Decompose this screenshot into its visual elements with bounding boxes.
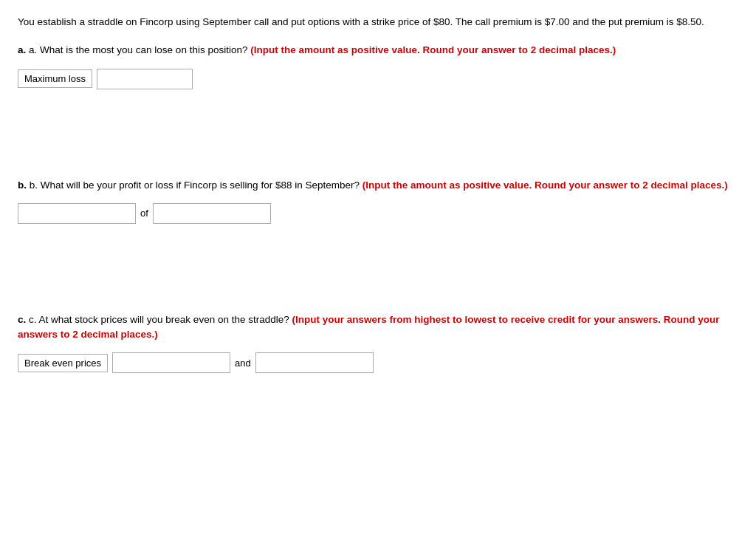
of-label: of: [140, 208, 148, 219]
question-b-normal: b. What will be your profit or loss if F…: [30, 180, 360, 191]
question-c-normal: c. At what stock prices will you break e…: [29, 314, 289, 325]
question-a-label: a. a. What is the most you can lose on t…: [18, 43, 738, 58]
maximum-loss-label: Maximum loss: [18, 69, 92, 88]
question-c-prefix: c.: [18, 314, 26, 325]
question-b-label: b. b. What will be your profit or loss i…: [18, 178, 738, 193]
question-a-bold: (Input the amount as positive value. Rou…: [250, 44, 616, 55]
question-a-normal: a. What is the most you can lose on this…: [29, 44, 247, 55]
question-b-block: b. b. What will be your profit or loss i…: [18, 178, 738, 224]
question-a-block: a. a. What is the most you can lose on t…: [18, 43, 738, 89]
question-b-bold: (Input the amount as positive value. Rou…: [362, 180, 728, 191]
break-even-label: Break even prices: [18, 354, 108, 372]
maximum-loss-input[interactable]: [97, 69, 193, 89]
intro-text: You establish a straddle on Fincorp usin…: [18, 15, 738, 30]
question-b-input-row: of: [18, 203, 738, 224]
question-c-block: c. c. At what stock prices will you brea…: [18, 312, 738, 374]
question-b-prefix: b.: [18, 180, 27, 191]
break-even-low-input[interactable]: [255, 352, 374, 373]
question-a-prefix: a.: [18, 44, 26, 55]
question-a-input-row: Maximum loss: [18, 69, 738, 89]
break-even-high-input[interactable]: [112, 352, 230, 373]
and-label: and: [235, 358, 251, 369]
question-c-input-row: Break even prices and: [18, 352, 738, 373]
question-c-label: c. c. At what stock prices will you brea…: [18, 312, 738, 343]
profit-loss-amount-input[interactable]: [153, 203, 271, 224]
profit-loss-type-input[interactable]: [18, 203, 136, 224]
